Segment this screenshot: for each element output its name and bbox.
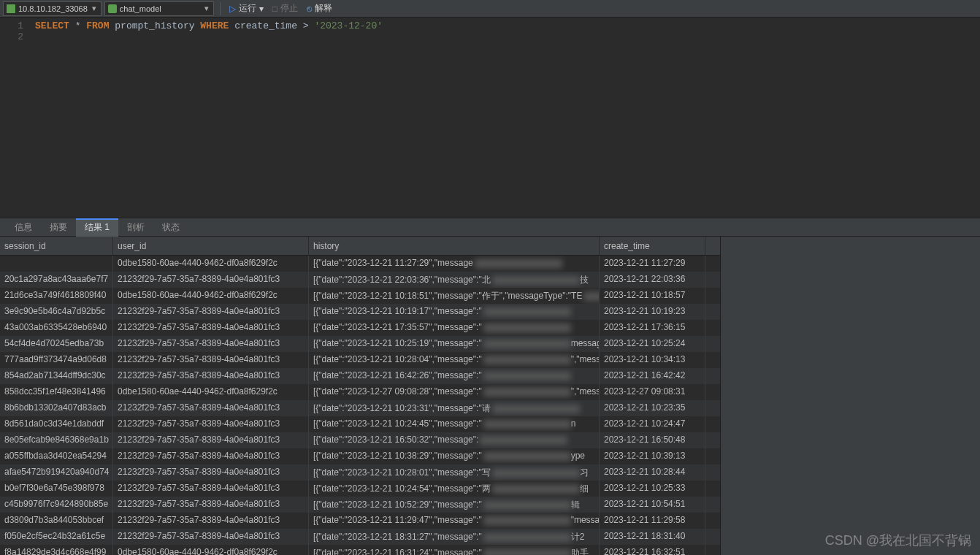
cell-user-id[interactable]: 0dbe1580-60ae-4440-9462-df0a8f629f2c bbox=[113, 545, 309, 555]
tab-summary[interactable]: 摘要 bbox=[41, 218, 76, 237]
cell-history[interactable]: [{"date":"2023-12-21 10:23:31","message"… bbox=[309, 400, 600, 416]
cell-session-id[interactable]: 777aad9ff373474a9d06d8 bbox=[0, 352, 113, 368]
cell-create-time[interactable]: 2023-12-21 11:29:58 bbox=[600, 513, 705, 529]
table-row[interactable]: c45b9976f7c9424890b85e21232f29-7a57-35a7… bbox=[0, 497, 720, 513]
cell-create-time[interactable]: 2023-12-21 10:25:24 bbox=[600, 336, 705, 352]
cell-session-id[interactable]: 3e9c90e5b46c4a7d92b5c bbox=[0, 304, 113, 320]
database-selector[interactable]: chat_model ▾ bbox=[104, 1, 214, 16]
cell-history[interactable]: [{"date":"2023-12-21 10:19:17","message"… bbox=[309, 304, 600, 320]
cell-user-id[interactable]: 21232f29-7a57-35a7-8389-4a0e4a801fc3 bbox=[113, 336, 309, 352]
cell-user-id[interactable]: 0dbe1580-60ae-4440-9462-df0a8f629f2c bbox=[113, 288, 309, 304]
cell-create-time[interactable]: 2023-12-21 10:54:51 bbox=[600, 497, 705, 513]
cell-session-id[interactable]: b0ef7f30e6a745e398f978 bbox=[0, 481, 113, 497]
tab-status[interactable]: 状态 bbox=[153, 218, 188, 237]
cell-history[interactable]: [{"date":"2023-12-21 11:27:29","message bbox=[309, 256, 600, 272]
cell-session-id[interactable]: c45b9976f7c9424890b85e bbox=[0, 497, 113, 513]
table-row[interactable]: 8d561da0c3d34e1dabddf21232f29-7a57-35a7-… bbox=[0, 416, 720, 432]
cell-session-id[interactable]: d3809d7b3a844053bbcef bbox=[0, 513, 113, 529]
cell-history[interactable]: [{"date":"2023-12-21 16:31:24","message"… bbox=[309, 545, 600, 555]
cell-history[interactable]: [{"date":"2023-12-21 18:31:27","message"… bbox=[309, 529, 600, 545]
table-row[interactable]: 8e05efcab9e846368e9a1b21232f29-7a57-35a7… bbox=[0, 432, 720, 448]
sql-editor[interactable]: 1 2 SELECT * FROM prompt_history WHERE c… bbox=[0, 18, 980, 218]
cell-user-id[interactable]: 21232f29-7a57-35a7-8389-4a0e4a801fc3 bbox=[113, 304, 309, 320]
cell-session-id[interactable]: a055ffbdaa3d402ea54294 bbox=[0, 448, 113, 464]
cell-create-time[interactable]: 2023-12-21 17:36:15 bbox=[600, 320, 705, 336]
table-row[interactable]: 3e9c90e5b46c4a7d92b5c21232f29-7a57-35a7-… bbox=[0, 304, 720, 320]
cell-history[interactable]: [{"date":"2023-12-21 11:29:47","message"… bbox=[309, 513, 600, 529]
cell-session-id[interactable]: 8e05efcab9e846368e9a1b bbox=[0, 432, 113, 448]
connection-selector[interactable]: 10.8.10.182_33068 ▾ bbox=[3, 1, 102, 16]
table-row[interactable]: afae5472b919420a940d7421232f29-7a57-35a7… bbox=[0, 464, 720, 481]
cell-user-id[interactable]: 21232f29-7a57-35a7-8389-4a0e4a801fc3 bbox=[113, 400, 309, 416]
cell-create-time[interactable]: 2023-12-21 16:32:51 bbox=[600, 545, 705, 555]
table-row[interactable]: 854ad2ab71344dff9dc30c21232f29-7a57-35a7… bbox=[0, 368, 720, 384]
tab-result[interactable]: 结果 1 bbox=[76, 218, 118, 237]
col-header-session-id[interactable]: session_id bbox=[0, 237, 113, 255]
cell-user-id[interactable]: 21232f29-7a57-35a7-8389-4a0e4a801fc3 bbox=[113, 272, 309, 288]
table-row[interactable]: f8a14829de3d4c668e4f990dbe1580-60ae-4440… bbox=[0, 545, 720, 555]
cell-create-time[interactable]: 2023-12-21 10:25:33 bbox=[600, 481, 705, 497]
table-row[interactable]: 54cf4de4d70245edba73b21232f29-7a57-35a7-… bbox=[0, 336, 720, 352]
cell-user-id[interactable]: 0dbe1580-60ae-4440-9462-df0a8f629f2c bbox=[113, 384, 309, 400]
cell-create-time[interactable]: 2023-12-21 10:34:13 bbox=[600, 352, 705, 368]
col-header-history[interactable]: history bbox=[309, 237, 600, 255]
cell-user-id[interactable]: 21232f29-7a57-35a7-8389-4a0e4a801fc3 bbox=[113, 368, 309, 384]
cell-session-id[interactable]: 21d6ce3a749f4618809f40 bbox=[0, 288, 113, 304]
table-row[interactable]: 20c1a297a8ac43aaa6e7f721232f29-7a57-35a7… bbox=[0, 272, 720, 288]
cell-session-id[interactable]: 54cf4de4d70245edba73b bbox=[0, 336, 113, 352]
table-row[interactable]: 21d6ce3a749f4618809f400dbe1580-60ae-4440… bbox=[0, 288, 720, 304]
col-header-user-id[interactable]: user_id bbox=[113, 237, 309, 255]
cell-session-id[interactable]: 854ad2ab71344dff9dc30c bbox=[0, 368, 113, 384]
cell-history[interactable]: [{"date":"2023-12-21 16:50:32","message"… bbox=[309, 432, 600, 448]
cell-history[interactable]: [{"date":"2023-12-21 10:24:54","message"… bbox=[309, 481, 600, 497]
cell-create-time[interactable]: 2023-12-27 09:08:31 bbox=[600, 384, 705, 400]
table-row[interactable]: d3809d7b3a844053bbcef21232f29-7a57-35a7-… bbox=[0, 513, 720, 529]
cell-create-time[interactable]: 2023-12-21 10:28:44 bbox=[600, 464, 705, 481]
cell-history[interactable]: [{"date":"2023-12-21 10:28:01","message"… bbox=[309, 464, 600, 481]
cell-user-id[interactable]: 21232f29-7a57-35a7-8389-4a0e4a801fc3 bbox=[113, 320, 309, 336]
cell-session-id[interactable]: f050e2cf5ec24b32a61c5e bbox=[0, 529, 113, 545]
cell-user-id[interactable]: 21232f29-7a57-35a7-8389-4a0e4a801fc3 bbox=[113, 529, 309, 545]
cell-user-id[interactable]: 21232f29-7a57-35a7-8389-4a0e4a801fc3 bbox=[113, 513, 309, 529]
cell-create-time[interactable]: 2023-12-21 10:18:57 bbox=[600, 288, 705, 304]
cell-history[interactable]: [{"date":"2023-12-21 10:52:29","message"… bbox=[309, 497, 600, 513]
cell-session-id[interactable] bbox=[0, 256, 113, 272]
cell-user-id[interactable]: 21232f29-7a57-35a7-8389-4a0e4a801fc3 bbox=[113, 448, 309, 464]
cell-user-id[interactable]: 21232f29-7a57-35a7-8389-4a0e4a801fc3 bbox=[113, 497, 309, 513]
cell-user-id[interactable]: 0dbe1580-60ae-4440-9462-df0a8f629f2c bbox=[113, 256, 309, 272]
cell-user-id[interactable]: 21232f29-7a57-35a7-8389-4a0e4a801fc3 bbox=[113, 464, 309, 481]
cell-session-id[interactable]: 8b6bdb13302a407d83acb bbox=[0, 400, 113, 416]
cell-user-id[interactable]: 21232f29-7a57-35a7-8389-4a0e4a801fc3 bbox=[113, 481, 309, 497]
cell-history[interactable]: [{"date":"2023-12-21 17:35:57","message"… bbox=[309, 320, 600, 336]
cell-history[interactable]: [{"date":"2023-12-21 10:25:19","message"… bbox=[309, 336, 600, 352]
cell-user-id[interactable]: 21232f29-7a57-35a7-8389-4a0e4a801fc3 bbox=[113, 432, 309, 448]
table-row[interactable]: f050e2cf5ec24b32a61c5e21232f29-7a57-35a7… bbox=[0, 529, 720, 545]
table-row[interactable]: 43a003ab6335428eb694021232f29-7a57-35a7-… bbox=[0, 320, 720, 336]
run-button[interactable]: ▷ 运行 ▾ bbox=[226, 1, 267, 16]
table-row[interactable]: 858dcc35f1ef48e38414960dbe1580-60ae-4440… bbox=[0, 384, 720, 400]
table-row[interactable]: 8b6bdb13302a407d83acb21232f29-7a57-35a7-… bbox=[0, 400, 720, 416]
cell-session-id[interactable]: 20c1a297a8ac43aaa6e7f7 bbox=[0, 272, 113, 288]
cell-user-id[interactable]: 21232f29-7a57-35a7-8389-4a0e4a801fc3 bbox=[113, 352, 309, 368]
cell-history[interactable]: [{"date":"2023-12-21 16:42:26","message"… bbox=[309, 368, 600, 384]
cell-create-time[interactable]: 2023-12-21 16:42:42 bbox=[600, 368, 705, 384]
cell-user-id[interactable]: 21232f29-7a57-35a7-8389-4a0e4a801fc3 bbox=[113, 416, 309, 432]
cell-create-time[interactable]: 2023-12-21 10:24:47 bbox=[600, 416, 705, 432]
cell-history[interactable]: [{"date":"2023-12-21 10:28:04","message"… bbox=[309, 352, 600, 368]
grid-body[interactable]: 0dbe1580-60ae-4440-9462-df0a8f629f2c[{"d… bbox=[0, 256, 720, 555]
cell-create-time[interactable]: 2023-12-21 18:31:40 bbox=[600, 529, 705, 545]
cell-session-id[interactable]: f8a14829de3d4c668e4f99 bbox=[0, 545, 113, 555]
table-row[interactable]: 0dbe1580-60ae-4440-9462-df0a8f629f2c[{"d… bbox=[0, 256, 720, 272]
cell-history[interactable]: [{"date":"2023-12-21 10:38:29","message"… bbox=[309, 448, 600, 464]
tab-info[interactable]: 信息 bbox=[6, 218, 41, 237]
table-row[interactable]: b0ef7f30e6a745e398f97821232f29-7a57-35a7… bbox=[0, 481, 720, 497]
cell-history[interactable]: [{"date":"2023-12-21 22:03:36","message"… bbox=[309, 272, 600, 288]
cell-create-time[interactable]: 2023-12-21 22:03:36 bbox=[600, 272, 705, 288]
code-area[interactable]: SELECT * FROM prompt_history WHERE creat… bbox=[29, 18, 980, 218]
table-row[interactable]: a055ffbdaa3d402ea5429421232f29-7a57-35a7… bbox=[0, 448, 720, 464]
cell-history[interactable]: [{"date":"2023-12-27 09:08:28","message"… bbox=[309, 384, 600, 400]
cell-session-id[interactable]: 43a003ab6335428eb6940 bbox=[0, 320, 113, 336]
cell-create-time[interactable]: 2023-12-21 10:23:35 bbox=[600, 400, 705, 416]
col-header-create-time[interactable]: create_time bbox=[600, 237, 705, 255]
stop-button[interactable]: □ 停止 bbox=[269, 1, 301, 16]
